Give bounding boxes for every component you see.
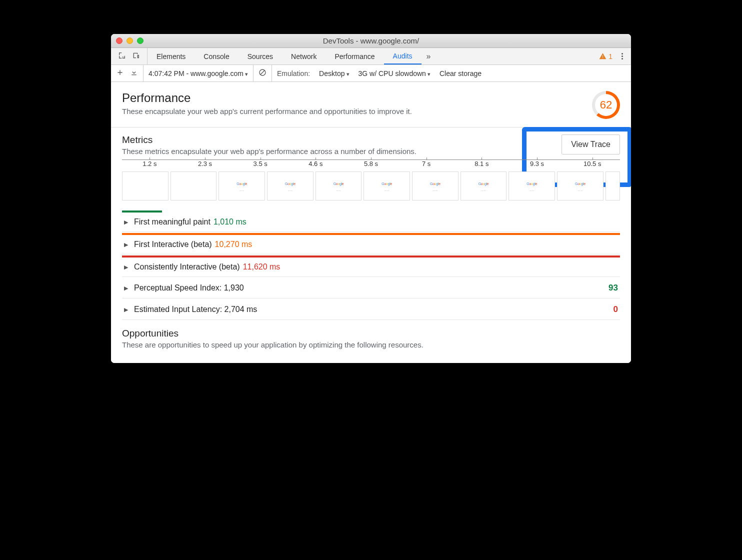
tick: 5.8 s	[344, 160, 399, 172]
opportunities-title: Opportunities	[122, 328, 620, 339]
frame-thumb	[122, 172, 168, 200]
audit-report: Performance These encapsulate your web a…	[111, 82, 631, 363]
metric-label: Consistently Interactive (beta)	[134, 262, 240, 272]
frame-thumb: Google— —	[557, 172, 604, 200]
clear-storage-option[interactable]: Clear storage	[440, 70, 482, 78]
metric-score: 93	[608, 283, 618, 293]
metric-row[interactable]: ▶ Estimated Input Latency: 2,704 ms 0	[122, 298, 620, 320]
timeline-ticks: 1.2 s 2.3 s 3.5 s 4.6 s 5.8 s 7 s 8.1 s …	[122, 160, 620, 172]
tick: 1.2 s	[122, 160, 178, 172]
chevron-right-icon: ▶	[124, 285, 129, 292]
tab-sources[interactable]: Sources	[238, 48, 282, 64]
warning-count: 1	[608, 52, 612, 60]
metric-value: 1,010 ms	[214, 218, 246, 226]
clear-report-button[interactable]	[258, 68, 266, 78]
chevron-right-icon: ▶	[124, 242, 129, 248]
tab-elements[interactable]: Elements	[148, 48, 194, 64]
view-trace-button[interactable]: View Trace	[562, 134, 620, 154]
frame-thumb: Google— —	[316, 172, 362, 200]
tabs-right-controls: 1	[599, 50, 631, 62]
tab-audits[interactable]: Audits	[384, 48, 422, 64]
metric-label: First meaningful paint	[134, 218, 210, 226]
audits-toolbar: 4:07:42 PM - www.google.com Emulation: D…	[111, 65, 631, 82]
metric-score: 0	[614, 304, 618, 314]
frame-thumb: Google— —	[364, 172, 410, 200]
performance-subtitle: These encapsulate your web app's current…	[122, 107, 412, 116]
new-audit-button[interactable]	[116, 68, 124, 78]
throttle-dropdown[interactable]: 3G w/ CPU slowdown	[358, 70, 430, 78]
metric-row[interactable]: ▶ Perceptual Speed Index: 1,930 93	[122, 277, 620, 298]
panel-tabs: Elements Console Sources Network Perform…	[148, 48, 599, 64]
devtools-window: DevTools - www.google.com/ Elements Cons…	[111, 34, 631, 363]
tick: 2.3 s	[178, 160, 233, 172]
frame-thumb	[170, 172, 217, 200]
more-options-button[interactable]	[618, 50, 627, 62]
frame-thumb: Google— —	[508, 172, 555, 200]
frame-thumb: Google— —	[460, 172, 507, 200]
performance-section-header: Performance These encapsulate your web a…	[122, 91, 620, 119]
svg-line-1	[260, 70, 264, 74]
frame-thumb: Google— —	[412, 172, 458, 200]
performance-score-gauge: 62	[592, 91, 620, 119]
console-warning-badge[interactable]: 1	[599, 52, 612, 60]
device-dropdown[interactable]: Desktop	[319, 70, 349, 78]
tick: 4.6 s	[288, 160, 344, 172]
device-toolbar-icon[interactable]	[132, 52, 140, 61]
chevron-right-icon: ▶	[124, 219, 129, 226]
tab-performance[interactable]: Performance	[326, 48, 384, 64]
window-title: DevTools - www.google.com/	[111, 36, 631, 45]
metric-label: Estimated Input Latency: 2,704 ms	[134, 305, 257, 314]
metric-value: 10,270 ms	[215, 240, 252, 249]
frame-thumb: Google— —	[218, 172, 265, 200]
tick: 8.1 s	[454, 160, 510, 172]
tab-network[interactable]: Network	[282, 48, 326, 64]
metric-value: 11,620 ms	[243, 262, 280, 272]
metrics-list: ▶ First meaningful paint 1,010 ms ▶ Firs…	[122, 210, 620, 320]
opportunities-section: Opportunities These are opportunities to…	[122, 328, 620, 349]
devtools-tabs-bar: Elements Console Sources Network Perform…	[111, 48, 631, 65]
performance-score-value: 62	[600, 98, 612, 112]
opportunities-subtitle: These are opportunities to speed up your…	[122, 340, 620, 349]
metrics-subtitle: These metrics encapsulate your web app's…	[122, 147, 416, 156]
tick: 3.5 s	[232, 160, 288, 172]
tabs-overflow-button[interactable]: »	[422, 52, 436, 61]
filmstrip-timeline: 1.2 s 2.3 s 3.5 s 4.6 s 5.8 s 7 s 8.1 s …	[122, 160, 620, 200]
chevron-right-icon: ▶	[124, 264, 129, 270]
emulation-label: Emulation:	[277, 70, 310, 78]
filmstrip: Google— — Google— — Google— — Google— — …	[122, 172, 620, 200]
download-report-button[interactable]	[130, 68, 138, 78]
tick: 9.3 s	[510, 160, 565, 172]
metric-row[interactable]: ▶ First meaningful paint 1,010 ms	[122, 210, 620, 232]
inspect-tools	[111, 48, 148, 64]
metrics-section-header: Metrics These metrics encapsulate your w…	[122, 134, 620, 156]
metric-label: First Interactive (beta)	[134, 240, 212, 249]
inspect-element-icon[interactable]	[118, 52, 126, 61]
metrics-title: Metrics	[122, 134, 416, 146]
section-divider	[111, 127, 631, 128]
titlebar: DevTools - www.google.com/	[111, 34, 631, 48]
report-selector-dropdown[interactable]: 4:07:42 PM - www.google.com	[148, 70, 248, 78]
chevron-right-icon: ▶	[124, 306, 129, 313]
tick: 7 s	[398, 160, 454, 172]
performance-title: Performance	[122, 91, 412, 105]
metric-row[interactable]: ▶ Consistently Interactive (beta) 11,620…	[122, 254, 620, 277]
frame-thumb: Google— —	[267, 172, 314, 200]
metric-row[interactable]: ▶ First Interactive (beta) 10,270 ms	[122, 232, 620, 254]
tab-console[interactable]: Console	[194, 48, 238, 64]
tick: 10.5 s	[564, 160, 620, 172]
frame-thumb	[606, 172, 620, 200]
metric-label: Perceptual Speed Index: 1,930	[134, 284, 244, 292]
